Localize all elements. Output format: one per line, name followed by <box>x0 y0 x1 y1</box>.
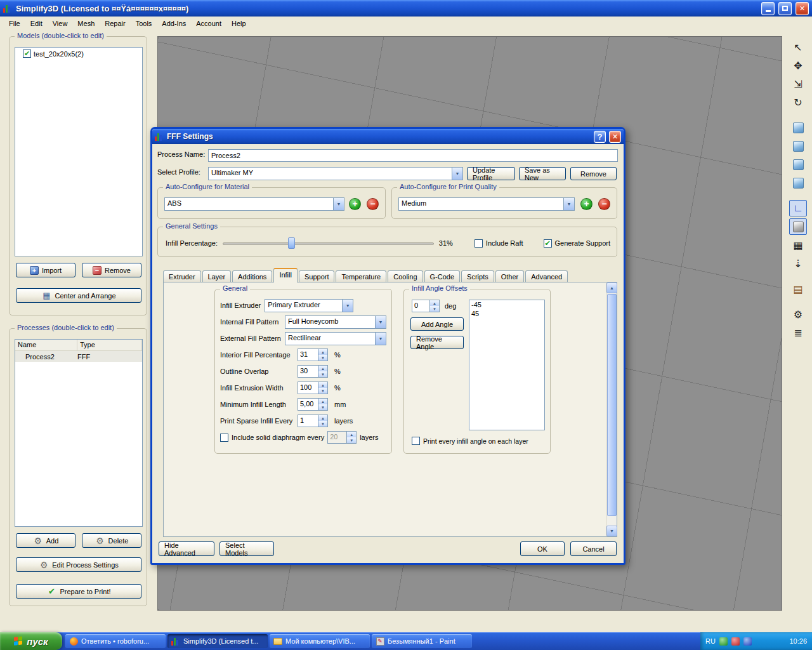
rotate-model-icon[interactable]: ↻ <box>789 94 807 110</box>
angle-spinner[interactable]: 0 <box>412 300 440 312</box>
remove-material-button[interactable] <box>367 198 379 210</box>
wireframe-view-icon[interactable]: ▦ <box>789 237 807 253</box>
spin-up-icon[interactable] <box>318 382 327 388</box>
surface-normals-icon[interactable]: ⇣ <box>789 255 807 272</box>
menu-account[interactable]: Account <box>191 18 226 29</box>
add-quality-button[interactable] <box>580 198 593 210</box>
min-infill-length-spinner[interactable]: 5,00 <box>298 398 328 411</box>
slider-track[interactable] <box>223 242 434 245</box>
tab-additions[interactable]: Additions <box>232 270 272 282</box>
quality-combobox[interactable]: Medium <box>398 197 575 211</box>
quality-dropdown-arrow-icon[interactable] <box>563 198 574 210</box>
spin-up-icon[interactable] <box>430 300 439 306</box>
remove-profile-button[interactable]: Remove <box>570 167 617 180</box>
view-cube-3-icon[interactable] <box>789 156 807 173</box>
profile-combobox[interactable]: Ultimaker MY <box>208 167 463 180</box>
tab-support[interactable]: Support <box>299 270 335 282</box>
spin-up-icon[interactable] <box>318 366 327 371</box>
edit-process-settings-button[interactable]: Edit Process Settings <box>16 557 141 572</box>
menu-view[interactable]: View <box>48 18 73 29</box>
spin-down-icon[interactable] <box>318 371 327 377</box>
tray-icon[interactable] <box>719 637 728 646</box>
generate-support-row[interactable]: Generate Support <box>544 239 610 248</box>
internal-pattern-combobox[interactable]: Full Honeycomb <box>285 315 386 329</box>
internal-pattern-arrow-icon[interactable] <box>375 316 386 328</box>
spin-down-icon[interactable] <box>318 404 327 410</box>
menu-addins[interactable]: Add-Ins <box>157 18 191 29</box>
spin-down-icon[interactable] <box>318 388 327 394</box>
select-cursor-icon[interactable]: ↖ <box>789 39 807 55</box>
model-checkbox[interactable] <box>23 50 31 58</box>
save-as-new-button[interactable]: Save as New <box>519 167 566 180</box>
cancel-button[interactable]: Cancel <box>570 541 617 556</box>
per-layer-row[interactable]: Print every infill angle on each layer <box>412 437 528 445</box>
diaphragm-checkbox[interactable] <box>220 434 228 442</box>
select-models-button[interactable]: Select Models <box>219 541 274 556</box>
external-pattern-combobox[interactable]: Rectilinear <box>285 332 386 345</box>
dialog-close-button[interactable] <box>609 131 621 143</box>
delete-process-button[interactable]: Delete <box>82 533 141 548</box>
add-process-button[interactable]: Add <box>16 533 75 548</box>
interior-fill-spinner[interactable]: 31 <box>298 348 328 361</box>
tab-temperature[interactable]: Temperature <box>336 270 386 282</box>
prepare-to-print-button[interactable]: Prepare to Print! <box>16 584 141 599</box>
material-dropdown-arrow-icon[interactable] <box>333 198 344 210</box>
process-col-name[interactable]: Name <box>15 340 77 350</box>
hide-advanced-button[interactable]: Hide Advanced <box>159 541 214 556</box>
spin-down-icon[interactable] <box>318 355 327 361</box>
extrusion-width-spinner[interactable]: 100 <box>298 381 328 394</box>
translate-model-icon[interactable]: ✥ <box>789 57 807 74</box>
sparse-infill-spinner[interactable]: 1 <box>298 415 328 427</box>
machine-settings-icon[interactable]: ⚙ <box>789 306 807 322</box>
tab-scripts[interactable]: Scripts <box>461 270 494 282</box>
import-button[interactable]: + Import <box>16 263 75 277</box>
scale-model-icon[interactable]: ⇲ <box>789 76 807 92</box>
generate-support-checkbox[interactable] <box>544 239 552 248</box>
external-pattern-arrow-icon[interactable] <box>375 333 386 345</box>
scroll-up-icon[interactable] <box>606 282 617 293</box>
spin-down-icon[interactable] <box>318 421 327 427</box>
models-list[interactable]: test_20x20x5(2) <box>15 47 143 256</box>
spin-up-icon[interactable] <box>318 399 327 404</box>
per-layer-checkbox[interactable] <box>412 437 420 445</box>
task-paint[interactable]: ✎ Безымянный1 - Paint <box>372 634 472 648</box>
tray-icon[interactable] <box>731 637 740 646</box>
ok-button[interactable]: OK <box>520 541 565 556</box>
add-material-button[interactable] <box>349 198 361 210</box>
center-and-arrange-button[interactable]: Center and Arrange <box>16 288 141 303</box>
add-angle-button[interactable]: Add Angle <box>410 317 464 331</box>
tab-advanced[interactable]: Advanced <box>525 270 568 282</box>
view-cube-2-icon[interactable] <box>789 138 807 154</box>
spin-up-icon[interactable] <box>318 415 327 421</box>
view-cube-1-icon[interactable] <box>789 119 807 136</box>
material-combobox[interactable]: ABS <box>164 197 344 211</box>
menu-repair[interactable]: Repair <box>100 18 130 29</box>
outline-overlap-spinner[interactable]: 30 <box>298 365 328 378</box>
maximize-button[interactable] <box>778 2 792 15</box>
remove-model-button[interactable]: − Remove <box>82 263 141 277</box>
infill-extruder-combobox[interactable]: Primary Extruder <box>265 299 353 312</box>
tab-layer[interactable]: Layer <box>202 270 232 282</box>
tab-panel-scrollbar[interactable] <box>606 282 617 536</box>
infill-extruder-arrow-icon[interactable] <box>342 300 353 312</box>
tab-other[interactable]: Other <box>495 270 525 282</box>
solid-view-icon[interactable] <box>789 218 807 235</box>
coordinate-axes-icon[interactable]: ∟ <box>789 200 807 216</box>
support-structures-icon[interactable]: ▤ <box>789 281 807 297</box>
language-indicator[interactable]: RU <box>705 637 716 645</box>
process-name-input[interactable] <box>208 149 618 162</box>
process-col-type[interactable]: Type <box>77 340 142 350</box>
scroll-down-icon[interactable] <box>606 526 617 536</box>
tab-cooling[interactable]: Cooling <box>388 270 422 282</box>
menu-edit[interactable]: Edit <box>25 18 48 29</box>
slider-thumb[interactable] <box>288 237 295 249</box>
spin-down-icon[interactable] <box>430 306 439 312</box>
dialog-help-button[interactable] <box>594 131 606 143</box>
remove-angle-button[interactable]: Remove Angle <box>410 336 464 349</box>
tray-icon[interactable] <box>743 637 752 646</box>
process-row[interactable]: Process2 FFF <box>15 351 142 362</box>
profile-dropdown-arrow-icon[interactable] <box>452 168 462 180</box>
tab-gcode[interactable]: G-Code <box>424 270 461 282</box>
task-browser[interactable]: Ответить • roboforu... <box>65 634 166 648</box>
infill-percentage-slider[interactable] <box>223 237 434 249</box>
